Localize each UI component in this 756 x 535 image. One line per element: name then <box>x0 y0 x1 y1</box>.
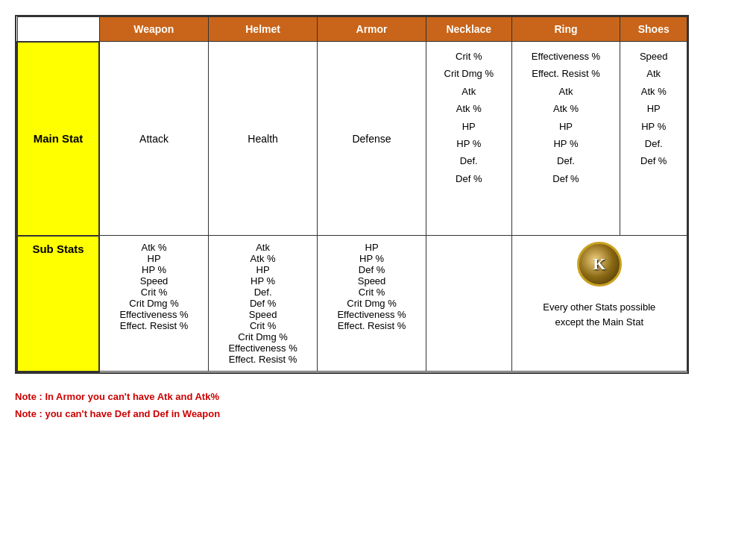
necklace-main-stat: Crit % Crit Dmg % Atk Atk % HP HP % Def.… <box>426 42 512 236</box>
note-2: Note : you can't have Def and Def in Wea… <box>15 405 741 422</box>
shoes-main-stat: Speed Atk Atk % HP HP % Def. Def % <box>620 42 687 236</box>
col-header-armor: Armor <box>318 17 426 42</box>
ring-every-other-text: Every other Stats possible except the Ma… <box>543 300 655 329</box>
ring-icon: K <box>577 242 622 287</box>
notes-section: Note : In Armor you can't have Atk and A… <box>15 388 741 423</box>
col-header-ring: Ring <box>511 17 620 42</box>
necklace-sub-stats <box>426 236 512 372</box>
ring-main-stat: Effectiveness % Effect. Resist % Atk Atk… <box>511 42 620 236</box>
helmet-main-stat: Health <box>209 42 318 236</box>
main-table-container: Weapon Helmet Armor Necklace Ring Shoes … <box>15 15 689 374</box>
weapon-sub-stats: Atk % HP HP % Speed Crit % Crit Dmg % Ef… <box>99 236 209 372</box>
ring-sub-stats: K Every other Stats possible except the … <box>511 236 687 372</box>
sub-stats-label: Sub Stats <box>17 236 99 372</box>
col-header-weapon: Weapon <box>99 17 209 42</box>
armor-main-stat: Defense <box>318 42 426 236</box>
weapon-main-stat: Attack <box>99 42 209 236</box>
col-header-necklace: Necklace <box>426 17 512 42</box>
col-header-helmet: Helmet <box>209 17 318 42</box>
armor-sub-stats: HP HP % Def % Speed Crit % Crit Dmg % Ef… <box>318 236 426 372</box>
note-1: Note : In Armor you can't have Atk and A… <box>15 388 741 405</box>
main-stat-label: Main Stat <box>17 42 99 236</box>
helmet-sub-stats: Atk Atk % HP HP % Def. Def % Speed Crit … <box>209 236 318 372</box>
col-header-shoes: Shoes <box>620 17 687 42</box>
